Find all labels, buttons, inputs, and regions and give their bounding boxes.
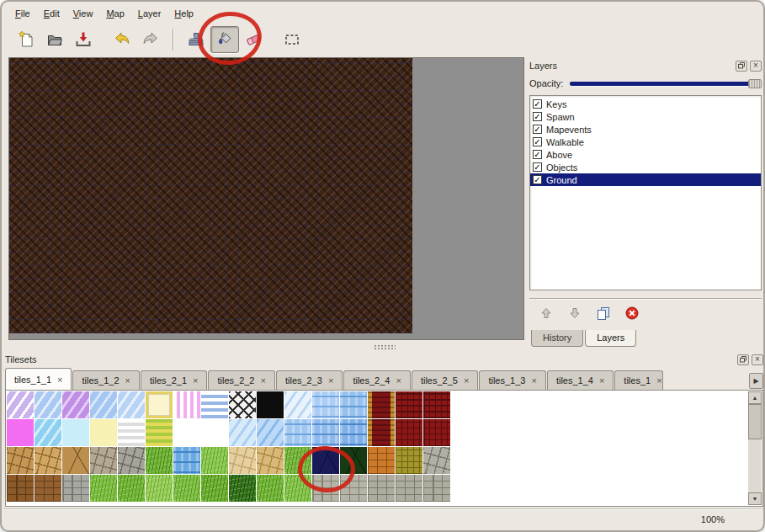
tile-2-1[interactable] xyxy=(35,447,61,474)
tile-3-9[interactable] xyxy=(257,475,284,502)
layer-row-mapevents[interactable]: ✓Mapevents xyxy=(530,123,761,136)
tile-2-0[interactable] xyxy=(7,447,34,474)
tile-0-14[interactable] xyxy=(396,391,422,418)
menu-edit[interactable]: Edit xyxy=(37,6,66,21)
layer-row-spawn[interactable]: ✓Spawn xyxy=(530,110,761,123)
tile-2-8[interactable] xyxy=(229,447,256,474)
tile-1-12[interactable] xyxy=(340,419,367,446)
layer-visibility-checkbox[interactable]: ✓ xyxy=(533,150,542,159)
tile-0-12[interactable] xyxy=(340,391,367,418)
tileset-tab-tiles_1_2[interactable]: tiles_1_2× xyxy=(72,370,139,390)
tile-3-12[interactable] xyxy=(340,475,367,502)
tile-0-1[interactable] xyxy=(35,391,61,418)
tile-3-8[interactable] xyxy=(229,475,256,502)
menu-help[interactable]: Help xyxy=(167,6,200,21)
float-tilesets-panel-button[interactable] xyxy=(737,354,749,365)
tab-close-icon[interactable]: × xyxy=(599,375,604,386)
tile-0-11[interactable] xyxy=(312,391,339,418)
tile-2-5[interactable] xyxy=(146,447,173,474)
layer-row-keys[interactable]: ✓Keys xyxy=(530,98,761,110)
tile-1-11[interactable] xyxy=(312,419,339,446)
menu-map[interactable]: Map xyxy=(99,6,130,21)
tile-3-10[interactable] xyxy=(284,475,311,502)
tab-close-icon[interactable]: × xyxy=(193,375,198,386)
layer-row-above[interactable]: ✓Above xyxy=(530,148,761,161)
tile-2-14[interactable] xyxy=(396,447,422,474)
menu-file[interactable]: File xyxy=(8,6,37,21)
tile-1-0[interactable] xyxy=(7,419,34,446)
save-map-button[interactable] xyxy=(69,26,98,53)
opacity-slider-handle[interactable] xyxy=(748,79,762,88)
tile-0-15[interactable] xyxy=(423,391,450,418)
tileset-tab-tiles_2_2[interactable]: tiles_2_2× xyxy=(208,370,274,390)
lower-layer-button[interactable] xyxy=(566,305,583,322)
tile-1-9[interactable] xyxy=(257,419,284,446)
layer-visibility-checkbox[interactable]: ✓ xyxy=(533,99,542,109)
tileset-tab-tiles_1_4[interactable]: tiles_1_4× xyxy=(547,370,614,390)
menu-layer[interactable]: Layer xyxy=(131,6,168,21)
tile-1-3[interactable] xyxy=(90,419,117,446)
tab-scroll-right-button[interactable]: ▶ xyxy=(749,373,763,389)
open-map-button[interactable] xyxy=(40,26,69,53)
tile-2-12[interactable] xyxy=(340,447,367,474)
opacity-slider[interactable] xyxy=(570,77,762,89)
tile-3-1[interactable] xyxy=(35,475,61,502)
undo-button[interactable] xyxy=(108,26,136,53)
select-tool-button[interactable] xyxy=(278,26,306,53)
tab-close-icon[interactable]: × xyxy=(125,375,130,386)
tile-1-15[interactable] xyxy=(423,419,450,446)
float-layers-panel-button[interactable] xyxy=(736,61,747,72)
tile-1-13[interactable] xyxy=(368,419,395,446)
duplicate-layer-button[interactable] xyxy=(595,305,612,322)
tile-2-9[interactable] xyxy=(257,447,284,474)
tile-0-4[interactable] xyxy=(118,391,145,418)
layer-visibility-checkbox[interactable]: ✓ xyxy=(533,125,542,134)
tile-1-6[interactable] xyxy=(173,419,200,446)
fill-tool-button[interactable] xyxy=(210,26,239,53)
tile-0-0[interactable] xyxy=(7,391,34,418)
tileset-tab-tiles_2_1[interactable]: tiles_2_1× xyxy=(141,370,207,390)
tileset-tab-tiles_1_3[interactable]: tiles_1_3× xyxy=(479,370,545,390)
tile-0-5[interactable] xyxy=(146,391,173,418)
tab-close-icon[interactable]: × xyxy=(57,375,62,385)
tile-2-11[interactable] xyxy=(312,447,339,474)
tile-1-5[interactable] xyxy=(146,419,173,446)
tile-0-13[interactable] xyxy=(368,391,395,418)
tile-2-4[interactable] xyxy=(118,447,145,474)
map-canvas[interactable] xyxy=(9,58,412,333)
layer-row-walkable[interactable]: ✓Walkable xyxy=(530,136,761,148)
tile-1-8[interactable] xyxy=(229,419,256,446)
tileset-tab-tiles_1_1[interactable]: tiles_1_1× xyxy=(5,368,72,390)
tile-1-4[interactable] xyxy=(118,419,145,446)
close-tilesets-panel-button[interactable]: × xyxy=(752,354,763,365)
eraser-tool-button[interactable] xyxy=(239,26,268,53)
tab-close-icon[interactable]: × xyxy=(656,375,661,386)
close-layers-panel-button[interactable]: × xyxy=(750,61,762,72)
layer-row-objects[interactable]: ✓Objects xyxy=(530,161,761,173)
tile-2-7[interactable] xyxy=(201,447,228,474)
scroll-up-button[interactable]: ▲ xyxy=(748,391,762,404)
opacity-slider-track[interactable] xyxy=(570,82,760,86)
tile-3-6[interactable] xyxy=(173,475,200,502)
tile-0-10[interactable] xyxy=(284,391,311,418)
tile-3-13[interactable] xyxy=(368,475,395,502)
layer-row-ground[interactable]: ✓Ground xyxy=(530,173,761,186)
scroll-down-button[interactable]: ▼ xyxy=(748,492,762,505)
tab-close-icon[interactable]: × xyxy=(261,375,266,386)
tile-3-15[interactable] xyxy=(423,475,450,502)
tileset-tab-tiles_2_3[interactable]: tiles_2_3× xyxy=(276,370,343,390)
layer-visibility-checkbox[interactable]: ✓ xyxy=(533,137,542,146)
tile-3-3[interactable] xyxy=(90,475,117,502)
tileset-scrollbar[interactable]: ▲ ▼ xyxy=(748,391,762,505)
scroll-track[interactable] xyxy=(748,439,762,492)
new-map-button[interactable] xyxy=(12,26,40,53)
map-viewport[interactable] xyxy=(8,57,524,340)
layer-visibility-checkbox[interactable]: ✓ xyxy=(533,162,542,172)
tile-1-2[interactable] xyxy=(62,419,89,446)
tile-2-2[interactable] xyxy=(62,447,89,474)
tile-2-15[interactable] xyxy=(423,447,450,474)
tile-3-7[interactable] xyxy=(201,475,228,502)
tile-0-6[interactable] xyxy=(173,391,200,418)
tile-3-14[interactable] xyxy=(396,475,422,502)
tileset-tab-tiles_1[interactable]: tiles_1× xyxy=(614,370,663,390)
